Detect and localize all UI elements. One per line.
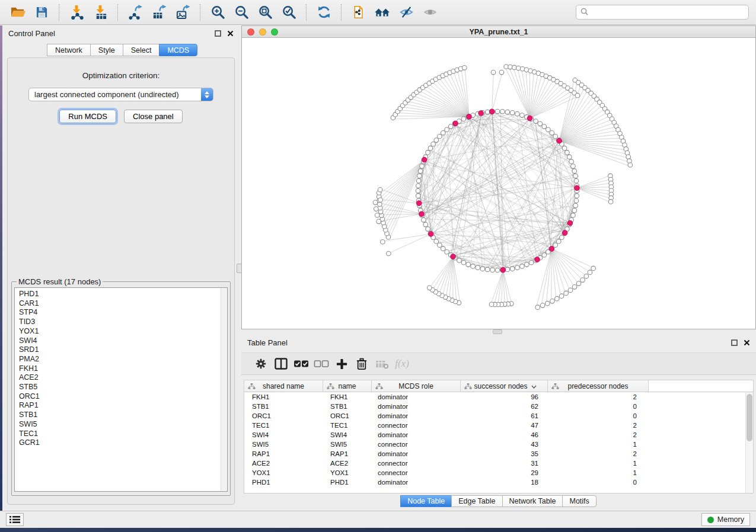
column-header[interactable]: shared name (244, 380, 323, 392)
select-all-button[interactable] (291, 355, 311, 373)
add-column-button[interactable] (331, 355, 352, 373)
result-list-item[interactable]: STB5 (19, 383, 227, 392)
control-panel-tab[interactable]: Select (123, 44, 160, 56)
column-type-icon (551, 383, 559, 392)
home-button[interactable] (371, 2, 394, 23)
close-panel-icon[interactable] (227, 30, 234, 37)
control-panel-titlebar: Control Panel (2, 25, 240, 41)
result-list-item[interactable]: TEC1 (19, 430, 227, 439)
column-header[interactable]: MCDS role (372, 380, 461, 392)
search-input[interactable] (591, 8, 744, 17)
settings-button[interactable] (251, 355, 271, 373)
table-row[interactable]: ORC1 ORC1 dominator 61 0 (244, 411, 753, 421)
table-row[interactable]: ACE2 ACE2 connector 31 1 (244, 459, 753, 468)
table-row[interactable]: SWI4 SWI4 dominator 46 2 (244, 430, 753, 440)
mcds-result-list[interactable]: PHD1 CAR1 STP4 TID3 YOX1 SWI4 SRD1 (14, 287, 228, 492)
task-history-button[interactable] (6, 513, 24, 526)
export-network-button[interactable] (123, 2, 147, 23)
save-session-icon (35, 5, 49, 19)
export-table-button[interactable] (147, 2, 171, 23)
zoom-fit-button[interactable] (253, 2, 277, 23)
delete-column-button[interactable] (352, 355, 372, 373)
table-row[interactable]: PHD1 PHD1 dominator 18 0 (244, 477, 753, 487)
open-file-button[interactable] (6, 2, 30, 23)
table-tab[interactable]: Node Table (400, 495, 452, 507)
column-header[interactable]: successor nodes (461, 380, 548, 392)
control-panel-tab[interactable]: Style (90, 44, 123, 56)
result-list-item[interactable]: PMA2 (19, 355, 227, 364)
memory-button[interactable]: Memory (701, 513, 750, 526)
table-tab[interactable]: Edge Table (451, 495, 502, 507)
table-row[interactable]: RAP1 RAP1 dominator 35 2 (244, 449, 753, 459)
result-list-item[interactable]: FKH1 (19, 364, 227, 374)
column-header-label: MCDS role (396, 382, 436, 390)
table-row[interactable]: YOX1 YOX1 connector 29 1 (244, 468, 753, 477)
result-list-item[interactable]: GCR1 (19, 438, 227, 448)
float-panel-icon[interactable] (215, 30, 221, 37)
save-session-button[interactable] (30, 2, 53, 23)
clone-network-button[interactable] (347, 2, 371, 23)
toolbar-separator (341, 4, 342, 21)
network-window-titlebar: YPA_prune.txt_1 (242, 26, 755, 38)
horizontal-splitter-grip[interactable] (493, 329, 502, 334)
zoom-selected-button[interactable] (277, 2, 301, 23)
toolbar-separator (59, 4, 59, 21)
table-row[interactable]: SWI5 SWI5 connector 43 1 (244, 440, 753, 449)
refresh-button[interactable] (312, 2, 336, 23)
close-panel-button[interactable]: Close panel (124, 110, 183, 123)
result-list-item[interactable]: RAP1 (19, 401, 227, 411)
result-list-item[interactable]: STP4 (19, 308, 227, 318)
table-scrollbar[interactable] (745, 392, 753, 493)
zoom-in-button[interactable] (206, 2, 229, 23)
maximize-window-icon[interactable] (271, 28, 278, 36)
table-row[interactable]: FKH1 FKH1 dominator 96 2 (244, 392, 753, 402)
hide-panel-button[interactable] (394, 2, 418, 23)
export-image-button[interactable] (171, 2, 194, 23)
result-list-item[interactable]: SWI4 (19, 336, 227, 346)
zoom-out-button[interactable] (229, 2, 253, 23)
result-list-item[interactable]: SRD1 (19, 345, 227, 355)
toolbar-separator (117, 4, 118, 21)
column-header[interactable]: predecessor nodes (548, 380, 649, 392)
mcds-panel: Optimization criterion: largest connecte… (7, 57, 235, 505)
delete-table-button (372, 355, 392, 373)
import-network-icon (69, 5, 84, 20)
table-row[interactable]: STB1 STB1 dominator 62 0 (244, 402, 753, 411)
float-table-panel-icon[interactable] (731, 339, 738, 346)
result-list-item[interactable]: ORC1 (19, 392, 227, 402)
result-list-item[interactable]: STB1 (19, 411, 227, 420)
table-tab-strip: Node Table Edge Table Network Table Moti… (241, 493, 756, 511)
run-mcds-button[interactable]: Run MCDS (59, 110, 116, 123)
result-list-item[interactable]: YOX1 (19, 327, 227, 336)
search-icon (580, 7, 588, 18)
table-tab[interactable]: Network Table (502, 495, 563, 507)
close-table-panel-icon[interactable] (744, 339, 750, 346)
result-list-scrollbar[interactable] (221, 288, 227, 491)
control-panel-tab[interactable]: MCDS (159, 44, 197, 56)
criterion-select[interactable]: largest connected component (undirected) (28, 88, 213, 101)
mcds-result-box: MCDS result (17 nodes) PHD1 CAR1 STP4 TI… (11, 277, 231, 496)
status-bar: Memory (0, 511, 756, 528)
table-row[interactable]: TEC1 TEC1 connector 47 2 (244, 421, 753, 430)
table-header-row: shared name name (244, 380, 753, 392)
result-list-item[interactable]: CAR1 (19, 299, 227, 309)
deselect-all-button[interactable] (311, 355, 331, 373)
result-list-item[interactable]: PHD1 (19, 290, 227, 299)
table-tab-label: Node Table (407, 497, 445, 505)
table-scrollbar-thumb[interactable] (747, 394, 752, 441)
close-window-icon[interactable] (247, 28, 254, 36)
result-list-item[interactable]: TID3 (19, 318, 227, 327)
import-table-button[interactable] (88, 2, 112, 23)
network-canvas[interactable] (242, 38, 755, 329)
mcds-result-title: MCDS result (17 nodes) (17, 277, 103, 286)
columns-button[interactable] (271, 355, 291, 373)
result-list-item[interactable]: SWI5 (19, 420, 227, 430)
import-table-icon (93, 5, 108, 20)
table-tab[interactable]: Motifs (562, 495, 596, 507)
result-list-item[interactable]: ACE2 (19, 373, 227, 383)
control-panel-tab[interactable]: Network (47, 44, 91, 56)
import-network-button[interactable] (65, 2, 88, 23)
network-graph (242, 38, 755, 329)
column-header[interactable]: name (323, 380, 372, 392)
minimize-window-icon[interactable] (259, 28, 266, 36)
